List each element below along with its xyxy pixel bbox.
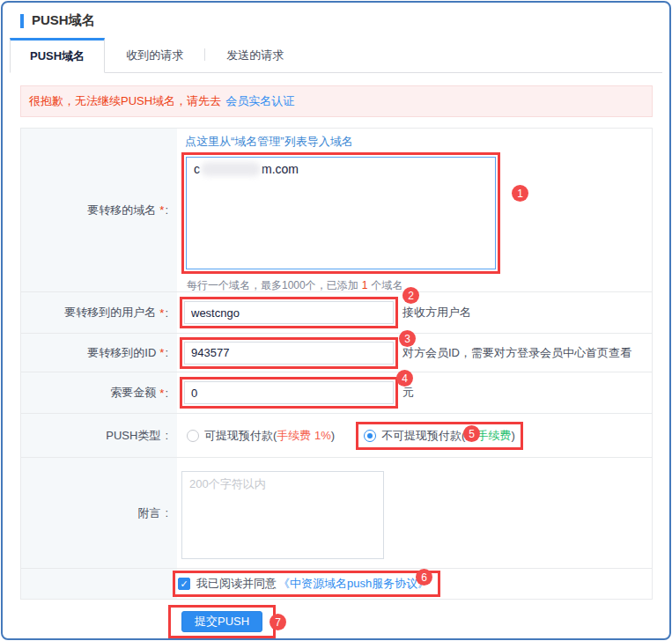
annotation-rect-5: 不可提现预付款(免手续费)	[356, 422, 523, 450]
required-asterisk: *	[159, 306, 164, 320]
radio-unchecked-icon[interactable]	[187, 430, 199, 442]
title-accent-bar	[20, 14, 24, 28]
tab-sent-requests[interactable]: 发送的请求	[205, 38, 305, 72]
tab-received-requests[interactable]: 收到的请求	[105, 38, 204, 72]
amount-input[interactable]	[184, 381, 394, 404]
push-service-agreement-link[interactable]: 《中资源域名push服务协议》	[278, 576, 429, 592]
required-asterisk: *	[159, 346, 164, 359]
annotation-rect-1: cm.com	[181, 152, 500, 274]
domain-note-prefix: 每行一个域名，最多1000个，已添加	[187, 279, 358, 291]
annotation-badge-1: 1	[512, 185, 528, 202]
fee-rate-text: 手续费 1%	[277, 428, 330, 444]
field-label-domain: 要转移的域名*:	[21, 129, 177, 291]
field-label-push-type: PUSH类型:	[21, 414, 177, 457]
member-id-input[interactable]	[184, 342, 394, 365]
page-header: PUSH域名	[3, 3, 669, 29]
annotation-badge-6: 6	[416, 569, 432, 586]
domain-textarea[interactable]: cm.com	[186, 157, 496, 269]
alert-text: 很抱歉，无法继续PUSH域名，请先去	[29, 93, 221, 109]
submit-row: 提交PUSH 7	[20, 605, 669, 640]
field-label-member-id: 要转移到的ID*:	[21, 334, 177, 372]
field-content-member-id: 对方会员ID，需要对方登录会员中心首页查看 3	[177, 334, 652, 372]
annotation-badge-2: 2	[402, 287, 419, 304]
memo-textarea[interactable]	[181, 471, 384, 559]
check-icon: ✓	[180, 578, 188, 589]
form-row-push-type: PUSH类型: 可提现预付款(手续费 1%) 不可提现预付款(免手续费)	[21, 414, 652, 458]
field-label-amount: 索要金额*:	[21, 372, 177, 413]
radio-withdrawable[interactable]: 可提现预付款(手续费 1%)	[187, 428, 335, 444]
field-content-push-type: 可提现预付款(手续费 1%) 不可提现预付款(免手续费) 5	[177, 414, 652, 457]
label-colon: :	[165, 506, 168, 519]
page-frame: PUSH域名 PUSH域名 收到的请求 发送的请求 很抱歉，无法继续PUSH域名…	[1, 1, 671, 640]
label-colon: :	[165, 203, 168, 217]
username-hint: 接收方用户名	[402, 305, 471, 320]
label-text: 要转移到的用户名	[64, 305, 156, 320]
field-content-agreement: ✓ 我已阅读并同意 《中资源域名push服务协议》 6	[177, 569, 652, 599]
field-content-username: 接收方用户名 2	[177, 292, 652, 333]
radio-withdrawable-text: 可提现预付款(	[204, 428, 277, 444]
added-domain-count: 1	[362, 279, 368, 291]
alert-banner: 很抱歉，无法继续PUSH域名，请先去 会员实名认证	[20, 85, 653, 117]
annotation-rect-2	[180, 297, 398, 328]
domain-value-suffix: m.com	[262, 162, 299, 176]
page-title: PUSH域名	[32, 12, 95, 29]
annotation-badge-5: 5	[463, 425, 480, 442]
amount-unit: 元	[402, 385, 414, 401]
agreement-checkbox[interactable]: ✓	[178, 578, 190, 590]
required-asterisk: *	[159, 203, 164, 217]
annotation-rect-6: ✓ 我已阅读并同意 《中资源域名push服务协议》	[173, 571, 440, 597]
radio-non-withdrawable-text-close: )	[511, 429, 514, 442]
field-content-domain: 点这里从“域名管理”列表导入域名 cm.com 每行一个域名，最多1000个，已…	[177, 129, 652, 291]
push-form: 要转移的域名*: 点这里从“域名管理”列表导入域名 cm.com 每行一个域名，…	[20, 128, 653, 600]
username-input[interactable]	[184, 301, 394, 324]
domain-value-prefix: c	[194, 162, 200, 176]
label-colon: :	[165, 346, 168, 359]
radio-non-withdrawable[interactable]: 不可提现预付款(免手续费)	[364, 428, 515, 444]
radio-non-withdrawable-text: 不可提现预付款(	[381, 428, 465, 444]
label-text: 要转移的域名	[87, 203, 156, 218]
label-text: 要转移到的ID	[87, 345, 156, 361]
import-domains-link[interactable]: 点这里从“域名管理”列表导入域名	[185, 134, 353, 150]
agreement-text: 我已阅读并同意	[196, 576, 277, 592]
form-row-username: 要转移到的用户名*: 接收方用户名 2	[21, 292, 652, 334]
annotation-badge-3: 3	[399, 330, 416, 347]
form-row-member-id: 要转移到的ID*: 对方会员ID，需要对方登录会员中心首页查看 3	[21, 334, 652, 372]
annotation-badge-7: 7	[270, 614, 286, 630]
form-row-amount: 索要金额*: 元 4	[21, 372, 652, 414]
tab-push-domain[interactable]: PUSH域名	[10, 38, 105, 73]
radio-checked-icon[interactable]	[364, 430, 376, 442]
realname-auth-link[interactable]: 会员实名认证	[225, 93, 294, 109]
blurred-text-region	[201, 162, 261, 176]
required-asterisk: *	[159, 387, 164, 400]
submit-push-button[interactable]: 提交PUSH	[181, 611, 262, 632]
field-label-username: 要转移到的用户名*:	[21, 292, 177, 333]
annotation-rect-7: 提交PUSH	[168, 605, 276, 638]
field-label-agreement-empty	[21, 569, 177, 599]
label-colon: :	[165, 306, 168, 320]
annotation-badge-4: 4	[396, 370, 413, 387]
label-text: PUSH类型	[106, 428, 160, 444]
label-colon: :	[165, 387, 168, 400]
label-text: 索要金额	[110, 385, 156, 401]
field-content-amount: 元 4	[177, 372, 652, 413]
domain-note-suffix: 个域名	[371, 279, 402, 291]
field-content-memo	[177, 458, 652, 568]
annotation-rect-3	[180, 337, 398, 369]
label-text: 附言	[137, 505, 160, 521]
member-id-hint: 对方会员ID，需要对方登录会员中心首页查看	[402, 345, 631, 361]
annotation-rect-4	[180, 377, 398, 409]
radio-withdrawable-text-close: )	[331, 429, 335, 442]
form-row-domain: 要转移的域名*: 点这里从“域名管理”列表导入域名 cm.com 每行一个域名，…	[21, 129, 652, 292]
form-row-agreement: ✓ 我已阅读并同意 《中资源域名push服务协议》 6	[21, 569, 652, 599]
label-colon: :	[165, 429, 168, 442]
tab-bar: PUSH域名 收到的请求 发送的请求	[10, 38, 662, 73]
field-label-memo: 附言:	[21, 458, 177, 568]
domain-note: 每行一个域名，最多1000个，已添加1个域名	[187, 278, 652, 293]
form-row-memo: 附言:	[21, 458, 652, 569]
